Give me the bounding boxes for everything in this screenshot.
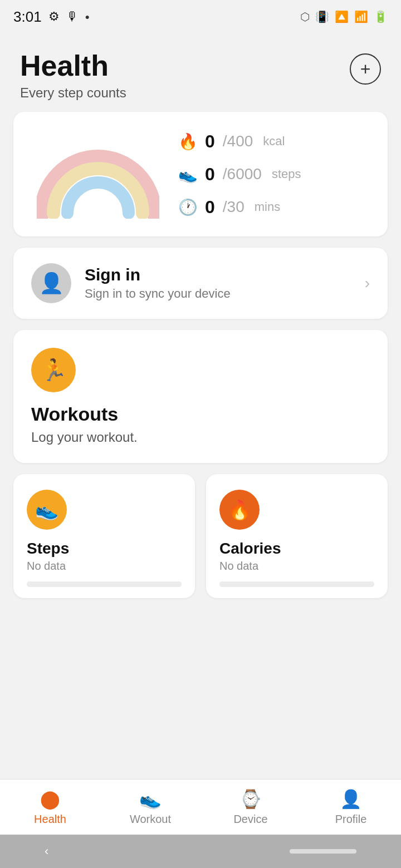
status-right: ⬡ 📳 🔼 📶 🔋 [300,10,388,23]
mins-unit: mins [255,200,280,214]
fire-icon: 🔥 [178,132,197,151]
calories-icon-circle: 🔥 [219,490,260,530]
steps-goal: /6000 [223,165,262,183]
status-left: 3:01 ⚙ 🎙 ● [13,8,90,26]
stats-items: 🔥 0 /400 kcal 👟 0 /6000 steps 🕐 0 /30 mi… [178,131,370,218]
vibrate-icon: 📳 [315,10,329,23]
avatar: 👤 [31,263,71,303]
signal-icon: 📶 [354,10,368,23]
steps-mini-icon: 👟 [35,499,58,521]
home-indicator: ‹ [0,835,401,868]
status-time: 3:01 [13,8,42,26]
workout-subtitle: Log your workout. [31,430,370,445]
shoe-icon: 👟 [178,165,197,184]
calories-bar [219,581,374,587]
calories-stat: 🔥 0 /400 kcal [178,131,370,152]
health-nav-icon: ⬤ [40,788,60,810]
add-button[interactable]: + [350,53,381,85]
nav-item-workout[interactable]: 👟 Workout [100,780,200,835]
battery-icon: 🔋 [374,10,388,23]
steps-card-title: Steps [27,540,182,558]
steps-card[interactable]: 👟 Steps No data [13,474,195,598]
nav-item-device[interactable]: ⌚ Device [200,780,301,835]
clock-icon: 🕐 [178,198,197,216]
calories-goal: /400 [223,132,253,150]
calories-current: 0 [205,131,215,152]
steps-bar [27,581,182,587]
mini-cards-row: 👟 Steps No data 🔥 Calories No data [13,474,388,598]
dot-icon: ● [85,12,90,21]
steps-stat: 👟 0 /6000 steps [178,164,370,185]
runner-icon: 🏃 [41,358,67,382]
mic-icon: 🎙 [66,9,79,24]
mins-current: 0 [205,197,215,218]
nav-item-health[interactable]: ⬤ Health [0,780,100,835]
bluetooth-icon: ⬡ [300,10,310,23]
health-nav-label: Health [34,813,66,826]
person-icon: 👤 [39,272,64,295]
signin-title: Sign in [85,265,351,284]
workout-nav-label: Workout [130,813,171,826]
calories-card-subtitle: No data [219,560,374,573]
stats-card: 🔥 0 /400 kcal 👟 0 /6000 steps 🕐 0 /30 mi… [13,112,388,236]
back-button[interactable]: ‹ [45,844,48,859]
device-nav-label: Device [233,813,267,826]
calories-card[interactable]: 🔥 Calories No data [206,474,388,598]
mins-stat: 🕐 0 /30 mins [178,197,370,218]
plus-icon: + [360,60,371,78]
signin-card[interactable]: 👤 Sign in Sign in to sync your device › [13,248,388,319]
steps-unit: steps [272,167,301,181]
page-subtitle: Every step counts [20,85,126,101]
home-pill [290,849,356,854]
rainbow-graphic [31,130,165,219]
signin-text: Sign in Sign in to sync your device [85,265,351,301]
wifi-icon: 🔼 [335,10,349,23]
workout-title: Workouts [31,403,370,425]
nav-item-profile[interactable]: 👤 Profile [301,780,401,835]
page-header: Health Every step counts + [0,33,401,112]
workout-nav-icon: 👟 [139,788,162,810]
chevron-right-icon: › [365,274,370,292]
gear-icon: ⚙ [48,9,60,24]
steps-current: 0 [205,164,215,185]
mins-goal: /30 [223,198,244,216]
workout-icon-circle: 🏃 [31,348,76,392]
page-title: Health [20,50,126,82]
profile-nav-label: Profile [335,813,367,826]
calories-unit: kcal [263,134,285,149]
status-bar: 3:01 ⚙ 🎙 ● ⬡ 📳 🔼 📶 🔋 [0,0,401,33]
device-nav-icon: ⌚ [239,788,262,810]
profile-nav-icon: 👤 [340,788,362,810]
fire-mini-icon: 🔥 [228,499,251,521]
header-text: Health Every step counts [20,50,126,101]
workouts-card[interactable]: 🏃 Workouts Log your workout. [13,330,388,463]
calories-card-title: Calories [219,540,374,558]
bottom-nav: ⬤ Health 👟 Workout ⌚ Device 👤 Profile [0,779,401,835]
steps-card-subtitle: No data [27,560,182,573]
signin-subtitle: Sign in to sync your device [85,287,351,301]
steps-icon-circle: 👟 [27,490,67,530]
